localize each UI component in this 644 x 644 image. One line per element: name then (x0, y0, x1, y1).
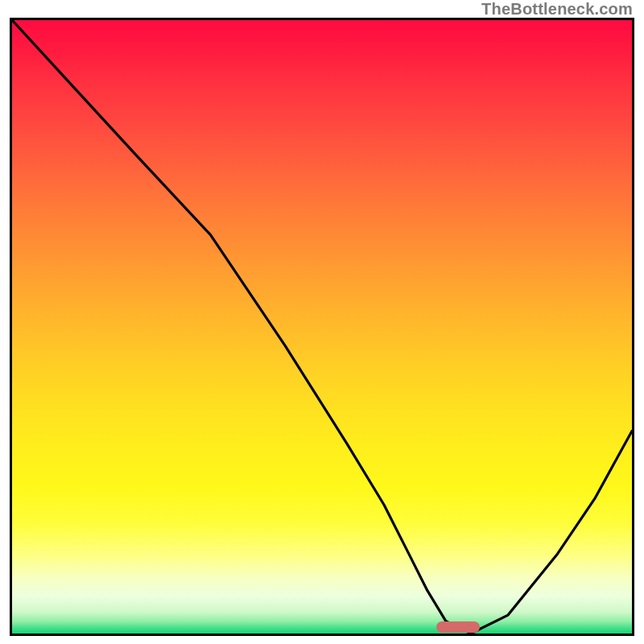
optimum-marker (436, 621, 480, 633)
chart-frame (10, 18, 634, 636)
watermark-text: TheBottleneck.com (481, 0, 633, 19)
bottleneck-curve (12, 20, 632, 634)
